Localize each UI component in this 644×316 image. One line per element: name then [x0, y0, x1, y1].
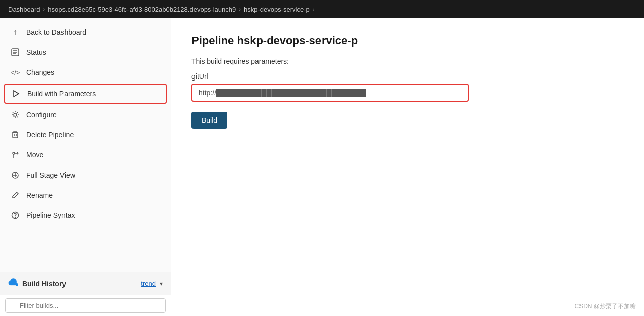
filter-input-wrapper: 🔍	[5, 298, 166, 313]
sidebar-item-configure[interactable]: Configure	[0, 105, 171, 125]
sidebar-label-back: Back to Dashboard	[26, 28, 86, 36]
sidebar-item-build-with-parameters[interactable]: Build with Parameters	[4, 84, 167, 104]
breadcrumb-dashboard[interactable]: Dashboard	[8, 6, 40, 13]
gear-icon	[10, 110, 20, 120]
build-history-header: Build History trend ▾	[0, 272, 171, 295]
watermark: CSDN @炒栗子不加糖	[574, 302, 636, 311]
main-content: Pipeline hskp-devops-service-p This buil…	[171, 18, 644, 316]
breadcrumb-pipeline[interactable]: hskp-devops-service-p	[244, 6, 310, 13]
breadcrumb-separator-2: ›	[239, 6, 241, 12]
sidebar-label-changes: Changes	[26, 68, 54, 76]
build-button[interactable]: Build	[191, 112, 227, 129]
status-icon	[10, 47, 20, 57]
cloud-icon	[8, 278, 18, 289]
svg-point-18	[15, 217, 16, 218]
trend-link[interactable]: trend	[141, 280, 156, 287]
sidebar-nav: ↑ Back to Dashboard Status </> Changes	[0, 18, 171, 272]
param-name-label: gitUrl	[191, 72, 624, 81]
sidebar-label-full-stage: Full Stage View	[26, 171, 75, 179]
sidebar-item-pipeline-syntax[interactable]: Pipeline Syntax	[0, 205, 171, 225]
arrow-up-icon: ↑	[10, 27, 20, 37]
sidebar-item-move[interactable]: Move	[0, 145, 171, 165]
filter-builds-input[interactable]	[5, 298, 166, 313]
full-stage-icon	[10, 170, 20, 180]
sidebar-label-configure: Configure	[26, 111, 57, 119]
play-icon	[11, 89, 21, 99]
trash-icon	[10, 130, 20, 140]
svg-point-5	[14, 113, 17, 116]
breadcrumb-separator-1: ›	[43, 6, 45, 12]
sidebar-label-build-with-params: Build with Parameters	[27, 90, 96, 98]
sidebar-label-pipeline-syntax: Pipeline Syntax	[26, 211, 75, 219]
sidebar-item-delete-pipeline[interactable]: Delete Pipeline	[0, 125, 171, 145]
git-url-input[interactable]	[191, 84, 469, 102]
build-history-title: Build History	[22, 280, 137, 288]
sidebar-item-full-stage-view[interactable]: Full Stage View	[0, 165, 171, 185]
sidebar-item-changes[interactable]: </> Changes	[0, 62, 171, 83]
breadcrumb-bar: Dashboard › hsops.cd28e65c-59e3-46fc-afd…	[0, 0, 644, 18]
breadcrumb-separator-3: ›	[313, 6, 315, 12]
sidebar: ↑ Back to Dashboard Status </> Changes	[0, 18, 171, 316]
breadcrumb-org[interactable]: hsops.cd28e65c-59e3-46fc-afd3-8002ab0b21…	[48, 6, 236, 13]
move-icon	[10, 150, 20, 160]
sidebar-label-rename: Rename	[26, 191, 53, 199]
pencil-icon	[10, 190, 20, 200]
git-url-input-container	[191, 84, 624, 102]
page-title: Pipeline hskp-devops-service-p	[191, 34, 624, 47]
chevron-down-icon: ▾	[160, 280, 163, 287]
sidebar-label-delete: Delete Pipeline	[26, 131, 74, 139]
build-params-description: This build requires parameters:	[191, 57, 624, 65]
sidebar-item-status[interactable]: Status	[0, 42, 171, 62]
sidebar-label-status: Status	[26, 48, 46, 56]
filter-builds-container: 🔍	[0, 295, 171, 316]
sidebar-item-back-to-dashboard[interactable]: ↑ Back to Dashboard	[0, 22, 171, 42]
question-icon	[10, 210, 20, 220]
build-history-section: Build History trend ▾ 🔍	[0, 272, 171, 316]
main-layout: ↑ Back to Dashboard Status </> Changes	[0, 18, 644, 316]
sidebar-label-move: Move	[26, 151, 43, 159]
sidebar-item-rename[interactable]: Rename	[0, 185, 171, 205]
svg-point-9	[13, 152, 15, 154]
svg-marker-4	[14, 91, 19, 97]
svg-rect-6	[13, 133, 18, 138]
changes-icon: </>	[10, 67, 20, 77]
